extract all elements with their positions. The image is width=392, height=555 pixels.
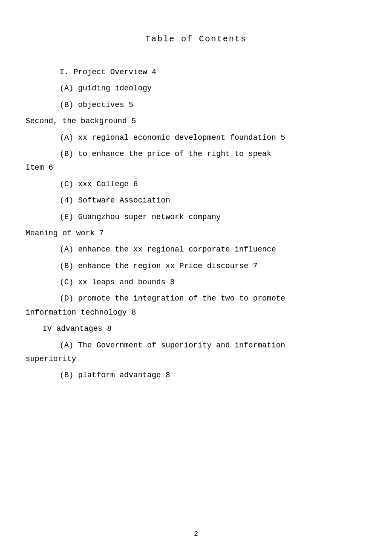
toc-item-14: (D) promote the integration of the two t… <box>26 292 366 319</box>
toc-item-4: Second, the background 5 <box>26 114 366 128</box>
toc-item-9: (E) Guangzhou super network company <box>26 210 366 224</box>
toc-item-7: (C) xxx College 6 <box>26 177 366 191</box>
toc-item-13: (C) xx leaps and bounds 8 <box>26 275 366 289</box>
toc-item-6: (B) to enhance the price of the right to… <box>26 147 366 175</box>
page-title: Table of Contents <box>26 34 366 44</box>
toc-item-5: (A) xx regional economic development fou… <box>26 131 366 145</box>
toc-container: I. Project Overview 4 (A) guiding ideolo… <box>26 65 366 382</box>
page-number: 2 <box>194 530 198 538</box>
toc-item-3: (B) objectives 5 <box>26 98 366 112</box>
toc-item-16: (A) The Government of superiority and in… <box>26 338 366 366</box>
page: Table of Contents I. Project Overview 4 … <box>0 0 392 555</box>
toc-item-12: (B) enhance the region xx Price discours… <box>26 259 366 273</box>
toc-item-8: (4) Software Association <box>26 194 366 207</box>
toc-item-17: (B) platform advantage 8 <box>26 368 366 382</box>
toc-item-15: IV advantages 8 <box>26 322 366 335</box>
toc-item-10: Meaning of work 7 <box>26 226 366 240</box>
toc-item-2: (A) guiding ideology <box>26 81 366 95</box>
toc-item-11: (A) enhance the xx regional corporate in… <box>26 243 366 256</box>
toc-item-1: I. Project Overview 4 <box>26 65 366 79</box>
